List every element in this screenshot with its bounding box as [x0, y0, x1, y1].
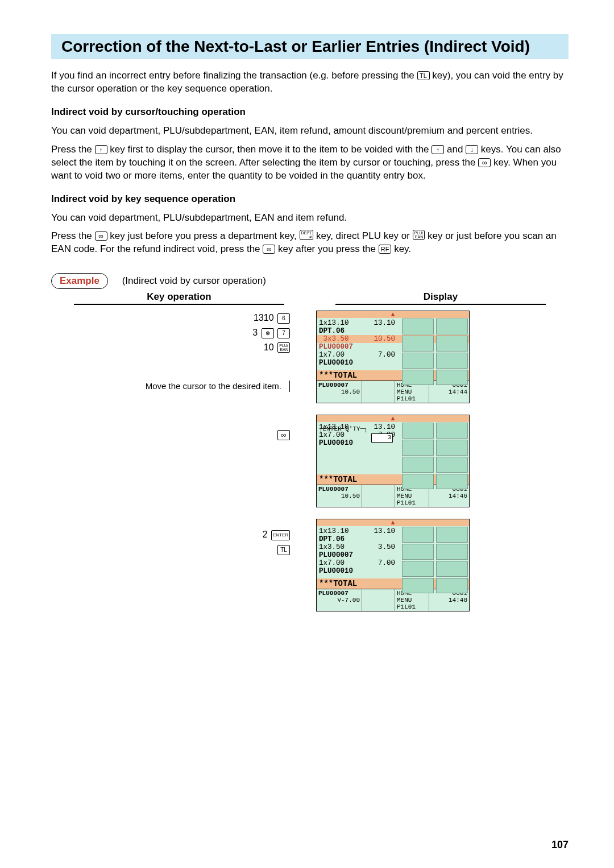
- pos-display: ▲1x13.1013.10DPT.061x3.503.50PLU000071x7…: [316, 519, 470, 611]
- keyop-step-3: 2 ENTER TL: [51, 527, 307, 556]
- void-key-icon: ∞: [478, 158, 491, 167]
- keyop-step-2: ∞: [51, 428, 307, 443]
- page: Correction of the Next-to-Last or Earlie…: [0, 0, 614, 868]
- example-caption: (Indirect void by cursor operation): [122, 275, 266, 287]
- keyop-value: 1310: [254, 313, 274, 323]
- display-scroll-up: ▲: [317, 311, 469, 318]
- key-6: 6: [277, 313, 290, 324]
- up-key-icon: ↑: [432, 145, 444, 154]
- display-lines: 1x13.1013.10DPT.061x3.503.50PLU000071x7.…: [317, 526, 469, 578]
- up-key-icon: ↑: [95, 145, 107, 154]
- display-header: Display: [335, 291, 546, 305]
- text: key.: [394, 243, 411, 254]
- down-key-icon: ↓: [466, 145, 478, 154]
- pos-display: ▲1x13.1013.101x7.007.00PLU00010┌ENTER Q'…: [316, 415, 470, 507]
- key-7: 7: [277, 328, 290, 338]
- display-column: Display ▲1x13.1013.10DPT.06 3x3.5010.50P…: [313, 291, 569, 623]
- display-line: 1x13.1013.10: [319, 319, 395, 327]
- display-line: PLU00007: [319, 551, 395, 559]
- display-line: PLU00010: [319, 567, 395, 575]
- text: key first to display the cursor, then mo…: [110, 144, 432, 155]
- key-operation-header: Key operation: [74, 291, 284, 305]
- plu-ean-key-icon: PLU/EAN: [277, 342, 290, 353]
- display-scroll-up: ▲: [317, 519, 469, 526]
- display-total: ***TOTAL23.60▼: [317, 578, 469, 589]
- example-pill: Example: [51, 273, 108, 289]
- text: Press the: [51, 144, 95, 155]
- keyop-step-1: 1310 6 3 ⊗ 7 10 PLU/EAN Move the cursor …: [51, 311, 307, 393]
- display-line: 1x7.007.00: [319, 559, 395, 567]
- keyseq-section-p1: You can void department, PLU/subdepartme…: [51, 212, 569, 225]
- enter-key-icon: ENTER: [271, 530, 290, 540]
- page-title: Correction of the Next-to-Last or Earlie…: [61, 38, 563, 56]
- page-number: 107: [551, 839, 569, 851]
- keyop-value: 10: [264, 342, 274, 352]
- dept-key-icon: DEPT#: [300, 230, 314, 240]
- display-lines: 1x13.1013.10DPT.06 3x3.5010.50PLU000071x…: [317, 318, 469, 370]
- display-footer: PLU00007V-7.00HOME MENUP1L01000114:48: [317, 589, 469, 611]
- intro-text: If you find an incorrect entry before fi…: [51, 70, 417, 81]
- cursor-section-title: Indirect void by cursor/touching operati…: [51, 106, 569, 119]
- display-line: DPT.06: [319, 535, 395, 543]
- text: and: [447, 144, 466, 155]
- displays-container: ▲1x13.1013.10DPT.06 3x3.5010.50PLU000071…: [313, 311, 569, 611]
- text: key, direct PLU key or: [316, 230, 413, 241]
- keyseq-section-title: Indirect void by key sequence operation: [51, 193, 569, 206]
- intro-paragraph: If you find an incorrect entry before fi…: [51, 69, 569, 96]
- void-key-icon: ∞: [95, 232, 107, 241]
- text: Press the: [51, 230, 95, 241]
- display-scroll-up: ▲: [317, 415, 469, 422]
- tl-key-icon: TL: [417, 71, 430, 80]
- display-total: ***TOTAL30.60▼: [317, 370, 469, 381]
- keyop-value: 3: [252, 328, 258, 337]
- rf-key-icon: RF: [379, 245, 392, 254]
- text: key just before you press a department k…: [110, 230, 299, 241]
- keyop-value: 2: [263, 530, 268, 539]
- cursor-section-p2: Press the ↑ key first to display the cur…: [51, 143, 569, 183]
- display-line: PLU00010: [319, 359, 395, 367]
- title-bar: Correction of the Next-to-Last or Earlie…: [51, 34, 569, 59]
- multiply-key-icon: ⊗: [262, 328, 274, 338]
- example-header: Example (Indirect void by cursor operati…: [51, 273, 569, 289]
- display-line: PLU00007: [319, 343, 395, 351]
- key-operation-column: Key operation 1310 6 3 ⊗ 7 10 PLU/EAN Mo…: [51, 291, 307, 623]
- plu-ean-key-icon: PLU/EAN: [413, 230, 425, 240]
- cursor-move-note: Move the cursor to the desired item.: [146, 381, 290, 392]
- example-columns: Key operation 1310 6 3 ⊗ 7 10 PLU/EAN Mo…: [51, 291, 569, 623]
- cursor-section-p1: You can void department, PLU/subdepartme…: [51, 125, 569, 138]
- keyseq-section-p2: Press the ∞ key just before you press a …: [51, 230, 569, 256]
- qty-entry-value: 3: [371, 433, 393, 443]
- display-footer: PLU0000710.50HOME MENUP1L01000114:44: [317, 381, 469, 403]
- display-line: 3x3.5010.50: [317, 335, 469, 343]
- display-line: 1x7.007.00: [319, 351, 395, 359]
- display-total: ***TOTAL30.60▼: [317, 474, 469, 485]
- void-key-icon: ∞: [277, 430, 290, 440]
- display-footer: PLU0000710.50HOME MENUP1L01000114:46: [317, 485, 469, 507]
- pos-display: ▲1x13.1013.10DPT.06 3x3.5010.50PLU000071…: [316, 311, 470, 403]
- display-line: 1x13.1013.10: [319, 527, 395, 535]
- display-line: DPT.06: [319, 327, 395, 335]
- tl-key-icon: TL: [277, 545, 290, 555]
- display-line: 1x3.503.50: [319, 543, 395, 551]
- text: key after you press the: [278, 243, 379, 254]
- void-key-icon: ∞: [263, 245, 275, 254]
- qty-entry-label: ┌ENTER Q'TY─┐: [319, 425, 368, 432]
